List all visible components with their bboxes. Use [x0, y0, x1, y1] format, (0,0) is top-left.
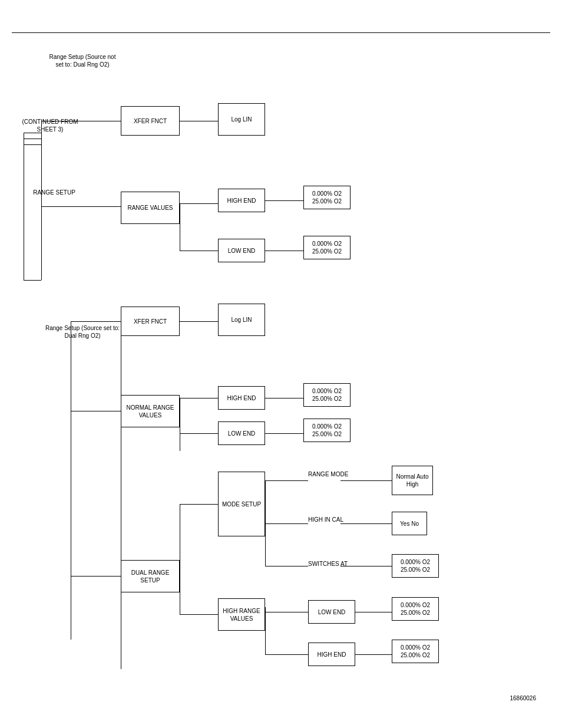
line-drs-to-hrv [180, 614, 218, 615]
diagram-area: Range Setup (Source not set to: Dual Rng… [12, 47, 554, 707]
range-setup-source-dual-label: Range Setup (Source set to: Dual Rng O2) [44, 324, 121, 340]
high-end-3-vals-box: 0.000% O2 25.00% O2 [392, 640, 439, 663]
line-rv-to-he1 [180, 203, 218, 204]
line-xfer1-to-loglin1 [180, 121, 218, 121]
line-le2-vals [265, 433, 303, 434]
line-he1-to-vals [265, 200, 303, 201]
range-setup-bracket-top [24, 133, 41, 133]
doc-number: 16860026 [510, 695, 537, 701]
low-end-2-vals-box: 0.000% O2 25.00% O2 [303, 419, 351, 442]
vline-left-trunk2 [71, 321, 71, 640]
xfer-fnct-1-box: XFER FNCT [121, 106, 180, 136]
vline-drs-hrv [180, 566, 180, 614]
line-nrv-le2 [180, 433, 218, 434]
switches-at-label: SWITCHES AT [308, 560, 361, 568]
switches-at-vals-box: 0.000% O2 25.00% O2 [392, 554, 439, 578]
vline-ms-items [265, 480, 266, 528]
line-ms-to-sat [265, 566, 308, 566]
low-end-1-vals-box: 0.000% O2 25.00% O2 [303, 236, 351, 259]
line-le3-to-vals [355, 612, 392, 612]
mode-setup-box: MODE SETUP [218, 472, 265, 536]
top-divider [12, 32, 550, 33]
range-setup-bracket-left [24, 133, 24, 280]
line-to-nrv [71, 411, 121, 411]
notch1 [24, 139, 41, 139]
high-end-1-box: HIGH END [218, 189, 265, 212]
range-mode-vals-box: Normal Auto High [392, 466, 433, 495]
line-rv-to-le1 [180, 251, 218, 251]
range-setup-label: RANGE SETUP [25, 189, 84, 196]
range-mode-label: RANGE MODE [308, 470, 355, 478]
normal-range-values-box: NORMAL RANGE VALUES [121, 395, 180, 427]
xfer-fnct-2-box: XFER FNCT [121, 307, 180, 336]
range-setup-source-not-label: Range Setup (Source not set to: Dual Rng… [47, 53, 118, 68]
line-to-drs [71, 576, 121, 577]
page: Range Setup (Source not set to: Dual Rng… [0, 0, 562, 728]
vline-hrv-internal [265, 612, 266, 654]
low-end-3-box: LOW END [308, 600, 355, 624]
line-drs-to-ms [180, 504, 218, 505]
line-bracket-to-xfer1 [41, 121, 121, 121]
range-setup-bracket-bottom [24, 280, 41, 281]
line-hic-to-vals [340, 523, 392, 524]
line-hrv-to-le3 [265, 612, 308, 612]
line-xfer2-to-loglin2 [180, 321, 218, 322]
range-values-box: RANGE VALUES [121, 192, 180, 224]
notch2 [24, 144, 41, 145]
high-end-2-vals-box: 0.000% O2 25.00% O2 [303, 383, 351, 407]
line-source-to-xfer2 [71, 321, 121, 322]
log-lin-2-box: Log LIN [218, 304, 265, 336]
line-le1-to-vals [265, 251, 303, 251]
line-hrv-to-he3 [265, 654, 308, 655]
low-end-3-vals-box: 0.000% O2 25.00% O2 [392, 597, 439, 621]
line-to-range-values [41, 206, 121, 207]
line-he2-vals [265, 398, 303, 398]
vline-main-trunk [41, 121, 42, 280]
vline-nrv [180, 398, 180, 451]
line-he3-to-vals [355, 654, 392, 655]
line-ms-to-hic [265, 523, 308, 524]
continued-from-label: (CONTINUED FROM SHEET 3) [15, 118, 85, 133]
line-nrv-he2 [180, 398, 218, 398]
dual-range-setup-box: DUAL RANGE SETUP [121, 560, 180, 592]
vline-ms-items-extend [265, 523, 266, 566]
high-end-1-vals-box: 0.000% O2 25.00% O2 [303, 186, 351, 209]
low-end-2-box: LOW END [218, 421, 265, 445]
line-ms-to-rm [265, 480, 308, 481]
high-end-2-box: HIGH END [218, 386, 265, 410]
line-sat-to-vals [340, 566, 392, 566]
high-in-cal-label: HIGH IN CAL [308, 516, 355, 523]
low-end-1-box: LOW END [218, 239, 265, 262]
log-lin-1-box: Log LIN [218, 103, 265, 136]
vline-rv-endpoints [180, 203, 180, 251]
vline-bottom-trunk [121, 321, 121, 669]
high-range-values-box: HIGH RANGE VALUES [218, 598, 265, 631]
high-end-3-box: HIGH END [308, 643, 355, 666]
high-in-cal-vals-box: Yes No [392, 512, 427, 535]
line-rm-to-vals [340, 480, 392, 481]
